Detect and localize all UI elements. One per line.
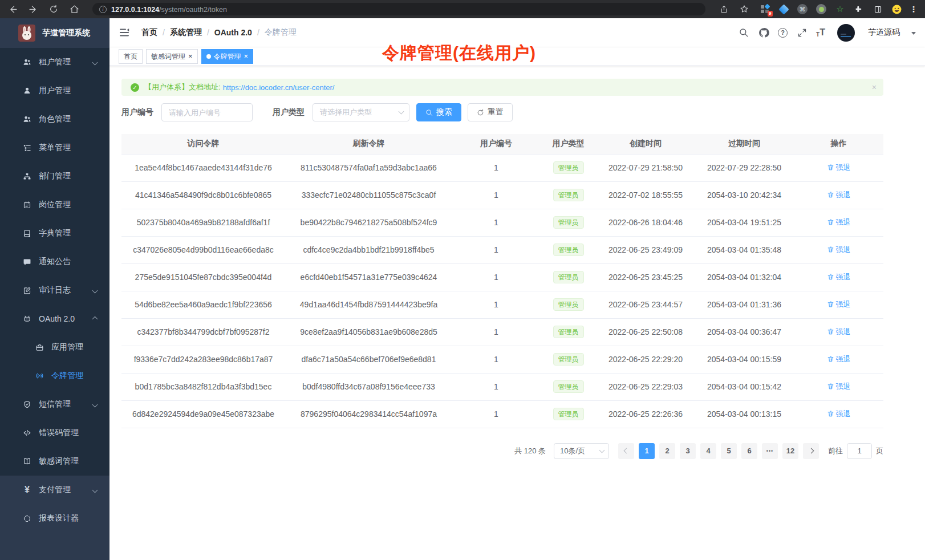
breadcrumb-system[interactable]: 系统管理 (170, 27, 202, 38)
sidebar-item-notice[interactable]: 通知公告 (0, 247, 109, 276)
close-icon[interactable]: × (872, 83, 877, 92)
goto-page-input[interactable] (847, 443, 872, 459)
browser-menu-icon[interactable]: ⋮ (910, 5, 918, 14)
sidebar-item-dict[interactable]: 字典管理 (0, 219, 109, 247)
fullscreen-icon[interactable] (796, 27, 808, 38)
sidebar-item-dept[interactable]: 部门管理 (0, 162, 109, 190)
caret-down-icon[interactable] (911, 32, 916, 35)
extension-puzzle-icon[interactable] (853, 3, 865, 15)
user-id: 1 (452, 400, 540, 428)
force-logout-button[interactable]: 强退 (827, 382, 851, 392)
sidebar-item-report-designer[interactable]: 报表设计器 (0, 504, 109, 533)
user-id: 1 (452, 181, 540, 209)
search-button[interactable]: 搜索 (416, 103, 461, 121)
address-bar[interactable]: i 127.0.0.1:1024/system/oauth2/token (92, 3, 705, 15)
chevron-up-icon (92, 316, 98, 322)
sidebar-item-menu[interactable]: 菜单管理 (0, 133, 109, 162)
sidebar-item-sms[interactable]: 短信管理 (0, 390, 109, 419)
browser-home-icon[interactable] (68, 3, 80, 15)
user-id: 1 (452, 263, 540, 291)
browser-back-icon[interactable] (7, 3, 18, 15)
extension-window-icon[interactable] (872, 3, 883, 15)
sidebar-item-pay[interactable]: ¥ 支付管理 (0, 476, 109, 504)
token-table: 访问令牌 刷新令牌 用户编号 用户类型 创建时间 过期时间 操作 1ea5e44… (121, 134, 883, 428)
table-row: 54d6be82ee5a460a9aedc1f9bf223656 49d1aa4… (121, 291, 883, 318)
force-logout-button[interactable]: 强退 (827, 327, 851, 337)
font-size-icon[interactable]: TT (816, 27, 825, 38)
bookmark-star-icon[interactable] (739, 3, 750, 15)
page-content: ✓ 【用户体系】文档地址: https://doc.iocoder.cn/use… (109, 66, 895, 459)
sidebar-item-post[interactable]: 岗位管理 (0, 190, 109, 219)
user-type-select[interactable]: 请选择用户类型 (313, 103, 409, 121)
next-page-button[interactable] (803, 443, 819, 459)
extension-star-icon[interactable]: ☆ (834, 3, 846, 15)
annotation-text: 令牌管理(在线用户) (382, 42, 536, 65)
extension-record-icon[interactable] (816, 3, 827, 15)
sidebar-item-errcode[interactable]: 错误码管理 (0, 419, 109, 447)
force-logout-button[interactable]: 强退 (827, 272, 851, 282)
sidebar-collapse-icon[interactable] (119, 26, 131, 39)
breadcrumb-home[interactable]: 首页 (141, 27, 157, 38)
code-icon (23, 429, 31, 437)
force-logout-button[interactable]: 强退 (827, 409, 851, 419)
page-button-2[interactable]: 2 (659, 443, 675, 459)
sidebar-menu: 租户管理 用户管理 角色管理 菜单管理 部门管理 岗位管理 (0, 48, 109, 476)
created-time: 2022-06-25 22:29:03 (597, 373, 695, 400)
active-dot (206, 54, 211, 59)
page-button-3[interactable]: 3 (680, 443, 696, 459)
user-id-input[interactable] (161, 103, 253, 121)
tab-home[interactable]: 首页 (119, 49, 143, 64)
sidebar-item-sensitive-word[interactable]: 敏感词管理 (0, 447, 109, 476)
refresh-token: cdfc4ce9c2da4bb1bdf21b9918ff4be5 (285, 236, 452, 263)
browser-reload-icon[interactable] (48, 3, 59, 15)
page-size-select[interactable]: 10条/页 (554, 443, 609, 459)
extension-blocks-icon[interactable]: 9 (759, 3, 770, 15)
page-button-5[interactable]: 5 (721, 443, 737, 459)
avatar[interactable] (837, 24, 855, 42)
user-type-badge: 管理员 (553, 189, 584, 201)
share-icon[interactable] (718, 3, 729, 15)
page-button-12[interactable]: 12 (782, 443, 798, 459)
chevron-down-icon (399, 109, 404, 115)
close-icon[interactable] (188, 52, 193, 60)
reset-button[interactable]: 重置 (468, 103, 513, 121)
search-icon[interactable] (738, 27, 749, 38)
expire-time: 2054-03-04 00:15:42 (695, 373, 794, 400)
sidebar-item-oauth2[interactable]: OAuth 2.0 (0, 305, 109, 333)
tab-token[interactable]: 令牌管理 (201, 49, 254, 64)
doc-link[interactable]: https://doc.iocoder.cn/user-center/ (223, 83, 335, 92)
sidebar-item-oauth2-app[interactable]: 应用管理 (0, 333, 109, 362)
sidebar-item-tenant[interactable]: 租户管理 (0, 48, 109, 76)
url-path: /system/oauth2/token (159, 6, 227, 14)
prev-page-button[interactable] (618, 443, 634, 459)
force-logout-button[interactable]: 强退 (827, 354, 851, 364)
sidebar-item-user[interactable]: 用户管理 (0, 76, 109, 105)
chevron-down-icon (92, 287, 98, 293)
sidebar-item-oauth2-token[interactable]: 令牌管理 (0, 362, 109, 390)
username[interactable]: 芋道源码 (868, 27, 900, 38)
force-logout-button[interactable]: 强退 (827, 245, 851, 255)
site-info-icon[interactable]: i (99, 6, 107, 13)
breadcrumb-separator: / (207, 28, 209, 37)
page-button-1[interactable]: 1 (639, 443, 655, 459)
force-logout-button[interactable]: 强退 (827, 190, 851, 200)
created-time: 2022-06-25 22:50:08 (597, 318, 695, 346)
force-logout-button[interactable]: 强退 (827, 217, 851, 228)
profile-emoji-icon[interactable] (891, 3, 902, 15)
github-icon[interactable] (758, 27, 769, 38)
page-button-6[interactable]: 6 (741, 443, 757, 459)
page-button-4[interactable]: 4 (700, 443, 716, 459)
more-pages-button[interactable]: ••• (762, 443, 778, 459)
created-time: 2022-07-02 18:55:55 (597, 181, 695, 209)
sidebar-item-audit-log[interactable]: 审计日志 (0, 276, 109, 305)
force-logout-button[interactable]: 强退 (827, 299, 851, 310)
close-icon[interactable] (244, 52, 249, 60)
breadcrumb-oauth2[interactable]: OAuth 2.0 (214, 28, 252, 37)
force-logout-button[interactable]: 强退 (827, 163, 851, 173)
browser-forward-icon[interactable] (27, 3, 39, 15)
extension-gem-icon[interactable] (778, 3, 789, 15)
tab-sensitive-word[interactable]: 敏感词管理 (146, 49, 198, 64)
sidebar-item-role[interactable]: 角色管理 (0, 105, 109, 133)
help-icon[interactable]: ? (778, 28, 788, 38)
extension-command-icon[interactable]: ⌘ (797, 3, 808, 15)
